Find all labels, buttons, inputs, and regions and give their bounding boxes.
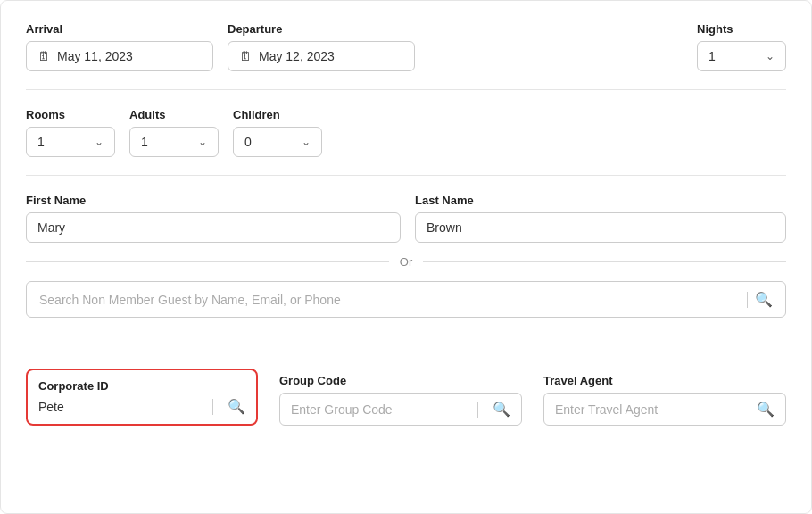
- children-field: Children 0 ⌄: [233, 108, 322, 157]
- adults-label: Adults: [129, 108, 219, 121]
- rooms-select[interactable]: 1 ⌄: [26, 127, 115, 157]
- children-chevron-icon: ⌄: [302, 136, 311, 148]
- nights-value: 1: [708, 49, 760, 63]
- departure-input-box[interactable]: 🗓: [228, 41, 415, 71]
- arrival-input[interactable]: [57, 49, 202, 63]
- departure-field: Departure 🗓: [228, 22, 415, 71]
- search-divider: [747, 292, 748, 308]
- corporate-id-label: Corporate ID: [38, 379, 245, 393]
- nights-chevron-icon: ⌄: [766, 50, 775, 62]
- travel-agent-search-icon[interactable]: 🔍: [757, 401, 775, 418]
- nights-label: Nights: [697, 22, 786, 36]
- last-name-input-box[interactable]: [415, 212, 786, 243]
- or-divider: Or: [26, 255, 786, 269]
- adults-select[interactable]: 1 ⌄: [129, 127, 219, 157]
- last-name-label: Last Name: [415, 194, 786, 207]
- adults-field: Adults 1 ⌄: [129, 108, 219, 157]
- travel-agent-input[interactable]: [555, 402, 727, 417]
- bottom-section: Corporate ID 🔍 Group Code 🔍 Travel Age: [26, 354, 786, 426]
- travel-agent-field: Travel Agent 🔍: [543, 374, 786, 426]
- or-text: Or: [400, 255, 412, 269]
- first-name-input[interactable]: [37, 220, 389, 235]
- corporate-id-field: Corporate ID 🔍: [26, 369, 258, 426]
- or-line-left: [26, 261, 389, 262]
- corporate-id-input-box[interactable]: 🔍: [38, 398, 245, 415]
- departure-calendar-icon: 🗓: [239, 49, 252, 63]
- nights-field: Nights 1 ⌄: [697, 22, 786, 71]
- group-code-search-icon[interactable]: 🔍: [493, 401, 510, 418]
- corp-id-divider: [212, 399, 213, 415]
- travel-agent-input-box[interactable]: 🔍: [543, 393, 786, 426]
- rooms-field: Rooms 1 ⌄: [26, 108, 115, 157]
- guest-search-icon[interactable]: 🔍: [755, 291, 773, 308]
- group-code-input[interactable]: [291, 402, 463, 417]
- arrival-field: Arrival 🗓: [26, 22, 213, 71]
- arrival-calendar-icon: 🗓: [37, 49, 50, 63]
- bottom-row: Corporate ID 🔍 Group Code 🔍 Travel Age: [26, 369, 786, 426]
- group-code-divider: [477, 402, 478, 418]
- adults-value: 1: [141, 135, 193, 149]
- corporate-id-search-icon[interactable]: 🔍: [228, 398, 245, 415]
- adults-chevron-icon: ⌄: [198, 136, 207, 148]
- group-code-label: Group Code: [279, 374, 522, 387]
- group-code-input-box[interactable]: 🔍: [279, 393, 522, 426]
- last-name-field: Last Name: [415, 194, 786, 243]
- last-name-input[interactable]: [427, 220, 775, 235]
- departure-label: Departure: [228, 22, 415, 36]
- or-line-right: [423, 261, 786, 262]
- first-name-label: First Name: [26, 194, 401, 207]
- children-value: 0: [244, 135, 296, 149]
- rooms-chevron-icon: ⌄: [95, 136, 104, 148]
- children-label: Children: [233, 108, 322, 121]
- rooms-label: Rooms: [26, 108, 115, 121]
- arrival-input-box[interactable]: 🗓: [26, 41, 213, 71]
- travel-agent-divider: [742, 402, 742, 418]
- arrival-label: Arrival: [26, 22, 213, 36]
- travel-agent-label: Travel Agent: [543, 374, 786, 387]
- first-name-input-box[interactable]: [26, 212, 401, 243]
- guest-search-input[interactable]: [39, 293, 740, 307]
- guest-search-bar[interactable]: 🔍: [26, 281, 786, 318]
- children-select[interactable]: 0 ⌄: [233, 127, 322, 157]
- rooms-value: 1: [37, 135, 89, 149]
- departure-input[interactable]: [259, 49, 403, 63]
- group-code-field: Group Code 🔍: [279, 374, 522, 426]
- nights-select[interactable]: 1 ⌄: [697, 41, 786, 71]
- corporate-id-input[interactable]: [38, 400, 198, 414]
- first-name-field: First Name: [26, 194, 401, 243]
